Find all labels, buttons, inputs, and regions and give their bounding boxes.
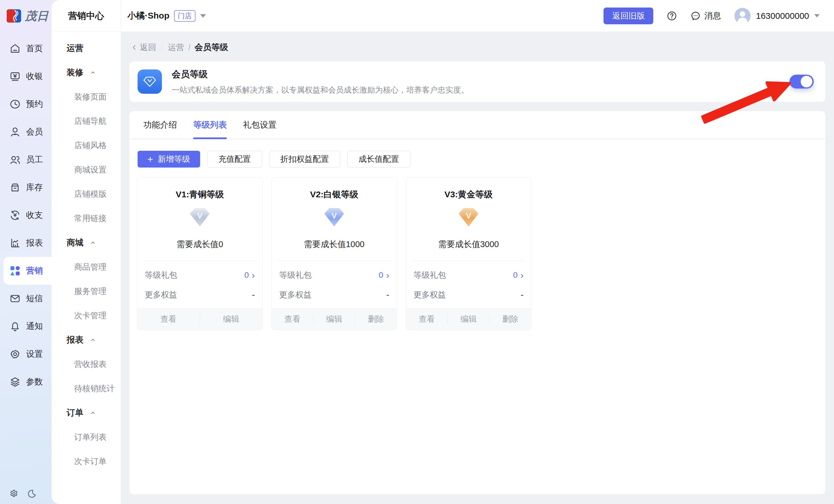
nav-item-parameters[interactable]: 参数 (0, 368, 51, 396)
edit-button[interactable]: 编辑 (448, 314, 489, 325)
nav-item-inventory[interactable]: 库存 (0, 174, 51, 201)
breadcrumb-current: 会员等级 (195, 42, 228, 53)
menu-section-reports[interactable]: 报表 (51, 328, 121, 352)
secondary-sidebar: 运营 装修 装修页面 店铺导航 店铺风格 商城设置 店铺模版 常用链接 商城 商… (51, 32, 121, 504)
banner-title: 会员等级 (172, 68, 469, 81)
sms-icon (9, 293, 21, 304)
level-title: V2:白银等级 (272, 189, 397, 201)
nav-item-marketing[interactable]: 营销 (3, 257, 51, 285)
level-card-actions: 查看 编辑 删除 (406, 308, 531, 329)
delete-button[interactable]: 删除 (355, 314, 397, 325)
menu-section-orders[interactable]: 订单 (51, 401, 121, 425)
content-area: 返回 运营 / 会员等级 会员等级 一站式私域会员体系解决方案，以专属权益和会员… (121, 32, 834, 504)
tab-level-list[interactable]: 等级列表 (193, 111, 227, 139)
dark-mode-moon-icon[interactable] (27, 488, 37, 499)
nav-item-member[interactable]: 会员 (0, 118, 51, 146)
store-selector[interactable]: 小橘·Shop 门店 (121, 10, 206, 22)
menu-item-decoration-page[interactable]: 装修页面 (51, 85, 121, 109)
booking-clock-icon (9, 98, 21, 110)
growth-value-config-button[interactable]: 成长值配置 (347, 151, 410, 167)
nav-item-cashier[interactable]: 收银 (0, 63, 51, 90)
gift-package-link[interactable]: 0› (513, 271, 524, 280)
nav-item-booking[interactable]: 预约 (0, 90, 51, 118)
more-rights-row: 更多权益 - (145, 289, 255, 300)
help-button[interactable] (666, 11, 677, 21)
settings-gear-icon[interactable] (9, 488, 19, 499)
nav-item-settings[interactable]: 设置 (0, 340, 51, 368)
menu-item-common-links[interactable]: 常用链接 (51, 206, 121, 231)
brand-logo: 茂日 (0, 0, 51, 32)
nav-item-report[interactable]: 报表 (0, 229, 51, 257)
menu-item-service-management[interactable]: 服务管理 (51, 279, 121, 303)
edit-button[interactable]: 编辑 (313, 314, 355, 325)
card-divider (278, 261, 391, 261)
view-button[interactable]: 查看 (406, 314, 447, 325)
nav-item-label: 收银 (26, 71, 43, 82)
menu-item-pending-verification-stats[interactable]: 待核销统计 (51, 376, 121, 401)
recharge-config-button[interactable]: 充值配置 (207, 151, 262, 167)
tab-feature-intro[interactable]: 功能介绍 (144, 111, 177, 139)
view-button[interactable]: 查看 (137, 314, 200, 325)
member-level-panel: 功能介绍 等级列表 礼包设置 +新增等级 充值配置 折扣权益配置 成长值配置 V… (129, 111, 825, 494)
nav-item-label: 会员 (26, 126, 43, 138)
nav-item-finance[interactable]: 收支 (0, 201, 51, 229)
gold-diamond-icon: V (459, 208, 478, 227)
avatar (734, 8, 751, 24)
chevron-down-icon (200, 14, 206, 18)
menu-item-store-style[interactable]: 店铺风格 (51, 133, 121, 158)
breadcrumb-section-link[interactable]: 运营 (168, 42, 184, 53)
back-to-old-version-button[interactable]: 返回旧版 (603, 7, 653, 24)
menu-section-mall[interactable]: 商城 (51, 231, 121, 255)
nav-item-label: 通知 (26, 321, 43, 332)
message-bubble-icon (690, 11, 701, 21)
nav-item-label: 库存 (26, 182, 43, 193)
chevron-up-icon (90, 337, 96, 343)
chevron-right-icon: › (520, 271, 524, 280)
more-rights-row: 更多权益 - (414, 289, 524, 300)
nav-item-sms[interactable]: 短信 (0, 285, 51, 313)
level-title: V3:黄金等级 (406, 189, 531, 201)
staff-icon (9, 154, 21, 165)
breadcrumb-divider (162, 44, 162, 51)
settings-icon (9, 348, 21, 360)
messages-button[interactable]: 消息 (690, 10, 721, 22)
notification-icon (9, 321, 21, 332)
menu-item-punch-card-orders[interactable]: 次卡订单 (51, 449, 121, 474)
delete-button[interactable]: 删除 (490, 314, 531, 325)
menu-item-punch-card-management[interactable]: 次卡管理 (51, 303, 121, 328)
nav-item-staff[interactable]: 员工 (0, 146, 51, 174)
level-card-actions: 查看 编辑 删除 (272, 308, 397, 329)
level-growth-requirement: 需要成长值1000 (272, 239, 397, 250)
nav-item-label: 短信 (26, 293, 43, 304)
more-rights-row: 更多权益 - (279, 289, 389, 300)
add-level-button[interactable]: +新增等级 (137, 151, 200, 167)
breadcrumb-back-link[interactable]: 返回 (140, 42, 156, 53)
chevron-down-icon (814, 14, 819, 17)
blue-diamond-icon: V (324, 208, 344, 227)
menu-item-mall-settings[interactable]: 商城设置 (51, 158, 121, 182)
feature-banner: 会员等级 一站式私域会员体系解决方案，以专属权益和会员成长激励为核心，培养客户忠… (129, 61, 825, 102)
menu-section-decoration[interactable]: 装修 (51, 61, 121, 85)
view-button[interactable]: 查看 (272, 314, 313, 325)
menu-item-store-navigation[interactable]: 店铺导航 (51, 109, 121, 133)
gift-package-link[interactable]: 0› (379, 271, 389, 280)
nav-item-notification[interactable]: 通知 (0, 313, 51, 340)
tab-gift-settings[interactable]: 礼包设置 (243, 111, 277, 139)
nav-item-label: 预约 (26, 98, 43, 110)
account-menu[interactable]: 16300000000 (734, 8, 819, 24)
card-divider (412, 261, 525, 261)
discount-rights-config-button[interactable]: 折扣权益配置 (269, 151, 340, 167)
menu-section-operations[interactable]: 运营 (51, 36, 121, 61)
menu-item-store-template[interactable]: 店铺模版 (51, 182, 121, 206)
gift-package-row: 等级礼包 0› (145, 270, 255, 281)
nav-item-home[interactable]: 首页 (0, 35, 51, 63)
edit-button[interactable]: 编辑 (200, 314, 263, 325)
menu-item-order-list[interactable]: 订单列表 (51, 425, 121, 449)
menu-item-product-management[interactable]: 商品管理 (51, 255, 121, 279)
feature-enable-toggle[interactable] (789, 75, 814, 89)
menu-item-revenue-report[interactable]: 营收报表 (51, 352, 121, 376)
main-panel: 营销中心 小橘·Shop 门店 返回旧版 消息 (51, 0, 834, 504)
chevron-up-icon (90, 69, 96, 76)
primary-sidebar: 茂日 首页 收银 预约 会员 员工 (0, 0, 51, 504)
gift-package-link[interactable]: 0› (244, 271, 255, 280)
